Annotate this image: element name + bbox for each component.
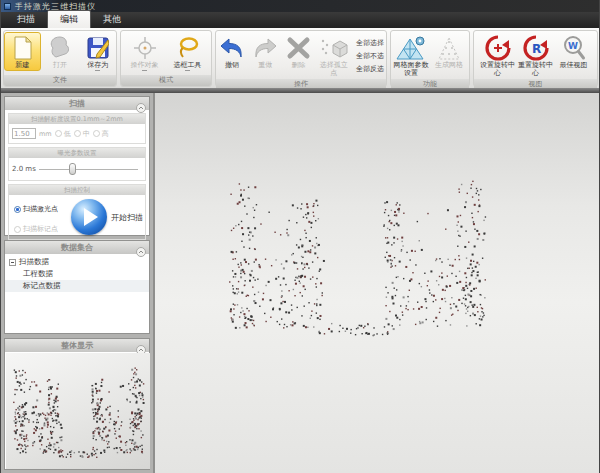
- invert-selection-link[interactable]: 全部反选: [356, 64, 384, 74]
- resolution-unit: mm: [39, 130, 52, 138]
- tab-scan[interactable]: 扫描: [5, 11, 47, 28]
- data-tree: 扫描数据 工程数据 标记点数据: [5, 254, 149, 294]
- dropdown-indicator: [185, 70, 190, 71]
- scan-marker-points-radio[interactable]: 扫描标记点: [14, 224, 71, 234]
- sidebar: 扫描 扫描解析度设置0.1mm～2mm mm 低: [1, 93, 155, 473]
- exposure-section-title: 曝光参数设置: [9, 148, 145, 158]
- preview-canvas: [6, 353, 150, 469]
- resolution-option-mid[interactable]: 中: [74, 129, 90, 139]
- data-collection-panel: 数据集合 扫描数据 工程数据 标记: [4, 240, 150, 334]
- app-icon: [4, 3, 11, 10]
- generate-mesh-icon: [435, 34, 463, 61]
- data-panel-header: 数据集合: [5, 241, 149, 254]
- reset-rotation-center-button[interactable]: R 重置旋转中心: [517, 32, 554, 79]
- exposure-value: 2.0 ms: [12, 165, 36, 173]
- scan-laser-points-radio[interactable]: 扫描激光点: [14, 204, 71, 214]
- slider-thumb[interactable]: [69, 163, 76, 175]
- tab-other[interactable]: 其他: [91, 11, 133, 28]
- play-icon: [84, 208, 98, 226]
- exposure-section: 曝光参数设置 2.0 ms: [8, 147, 146, 181]
- collapse-button[interactable]: [136, 340, 146, 350]
- overall-display-panel: 整体显示: [4, 338, 150, 470]
- isolated-points-cube-icon: [319, 34, 349, 61]
- undo-button[interactable]: 撤销: [216, 32, 248, 71]
- radio-icon: [14, 226, 21, 233]
- preview-panel-header: 整体显示: [5, 339, 149, 352]
- tree-collapse-icon[interactable]: [9, 259, 16, 266]
- scan-control-title: 扫描控制: [9, 185, 145, 195]
- tree-item-marker-data[interactable]: 标记点数据: [5, 280, 149, 292]
- open-button[interactable]: 打开: [42, 32, 79, 71]
- collapse-button[interactable]: [136, 98, 146, 108]
- svg-text:R: R: [532, 42, 541, 56]
- new-document-icon: [12, 34, 33, 61]
- ribbon-group-function: 网格面参数设置 生成网格 功能: [390, 30, 470, 87]
- redo-arrow-icon: [252, 34, 278, 61]
- ribbon-tab-bar: 扫描 编辑 其他: [1, 12, 599, 28]
- ribbon-group-file: 新建 打开 保存为 文件: [3, 30, 117, 87]
- start-scan-label: 开始扫描: [107, 212, 143, 223]
- dropdown-indicator: [95, 70, 100, 71]
- exposure-slider[interactable]: [39, 162, 138, 176]
- resolution-section-title: 扫描解析度设置0.1mm～2mm: [9, 114, 145, 124]
- set-rotation-center-button[interactable]: 设置旋转中心: [479, 32, 516, 79]
- best-view-button[interactable]: W 最佳视图: [555, 32, 592, 71]
- collapse-button[interactable]: [136, 242, 146, 252]
- ribbon-group-mode: 操作对象 选框工具 模式: [120, 30, 212, 87]
- radio-icon: [74, 130, 81, 137]
- save-floppy-icon: [87, 34, 109, 61]
- resolution-option-high[interactable]: 高: [93, 129, 109, 139]
- lasso-icon: [176, 34, 200, 61]
- ribbon-group-operation: 撤销 重做 删除 选择: [215, 30, 387, 87]
- chevron-up-icon: [136, 247, 146, 257]
- chevron-up-icon: [136, 103, 146, 113]
- save-as-button[interactable]: 保存为: [79, 32, 116, 73]
- tab-edit[interactable]: 编辑: [47, 10, 91, 28]
- resolution-section: 扫描解析度设置0.1mm～2mm mm 低 中: [8, 113, 146, 144]
- generate-mesh-button[interactable]: 生成网格: [431, 32, 468, 71]
- svg-text:W: W: [568, 41, 578, 51]
- reset-rotation-center-icon: R: [523, 34, 549, 61]
- mesh-settings-icon: [396, 34, 426, 61]
- operate-object-button[interactable]: 操作对象: [124, 32, 166, 73]
- select-all-link[interactable]: 全部选择: [356, 38, 384, 48]
- data-panel-title: 数据集合: [61, 242, 93, 253]
- resolution-input[interactable]: [12, 128, 36, 139]
- open-file-icon: [50, 34, 71, 61]
- undo-arrow-icon: [219, 34, 245, 61]
- target-crosshair-icon: [133, 34, 157, 61]
- group-label-file: 文件: [4, 75, 116, 86]
- viewport: [155, 93, 599, 473]
- select-isolated-points-button[interactable]: 选择孤立点: [316, 32, 352, 79]
- scan-control-section: 扫描控制 扫描激光点 扫描标记点: [8, 184, 146, 240]
- start-scan-button[interactable]: [71, 199, 107, 235]
- preview-panel-title: 整体显示: [61, 340, 93, 351]
- mesh-parameter-settings-button[interactable]: 网格面参数设置: [393, 32, 430, 79]
- redo-button[interactable]: 重做: [249, 32, 281, 71]
- viewport-canvas[interactable]: [155, 93, 599, 473]
- tree-item-scan-data[interactable]: 扫描数据: [5, 256, 149, 268]
- ribbon-group-view: 设置旋转中心 R 重置旋转中心 W 最佳视图 视图: [473, 30, 598, 87]
- ribbon: 新建 打开 保存为 文件: [1, 28, 599, 88]
- radio-icon: [14, 206, 21, 213]
- dropdown-indicator: [142, 70, 147, 71]
- scan-panel: 扫描 扫描解析度设置0.1mm～2mm mm 低: [4, 96, 150, 236]
- marquee-tool-button[interactable]: 选框工具: [167, 32, 209, 73]
- scan-panel-header: 扫描: [5, 97, 149, 110]
- slider-track: [39, 169, 138, 170]
- scan-panel-title: 扫描: [69, 98, 85, 109]
- resolution-option-low[interactable]: 低: [55, 129, 71, 139]
- delete-button[interactable]: 删除: [282, 32, 314, 71]
- set-rotation-center-icon: [485, 34, 511, 61]
- tree-item-project-data[interactable]: 工程数据: [5, 268, 149, 280]
- app-window: 手持激光三维扫描仪 扫描 编辑 其他 新建 打开: [0, 0, 600, 473]
- group-label-mode: 模式: [121, 75, 211, 86]
- new-button[interactable]: 新建: [4, 32, 41, 71]
- select-none-link[interactable]: 全部不选: [356, 51, 384, 61]
- radio-icon: [55, 130, 62, 137]
- best-view-magnifier-icon: W: [562, 34, 586, 61]
- radio-icon: [93, 130, 100, 137]
- delete-x-icon: [285, 34, 311, 61]
